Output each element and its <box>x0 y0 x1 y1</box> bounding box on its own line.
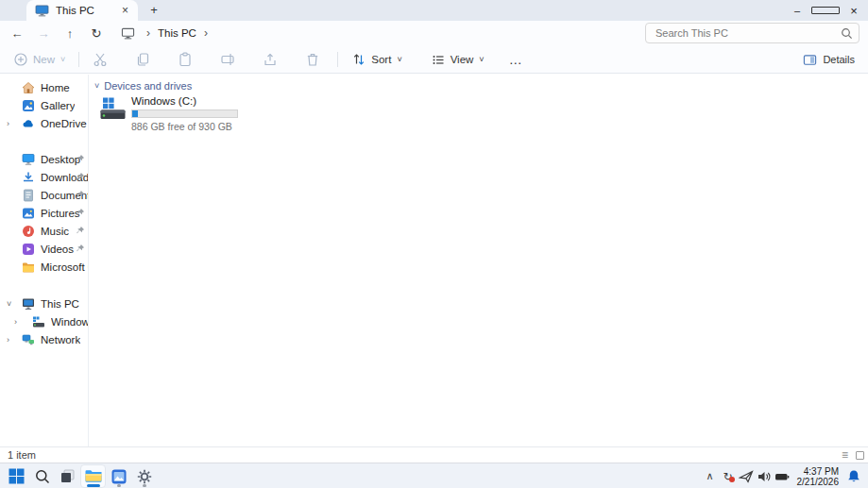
statusbar-view-toggles: ≡ <box>842 448 864 462</box>
start-button[interactable] <box>4 464 29 488</box>
photos-app-icon <box>111 469 127 484</box>
share-button[interactable] <box>255 48 285 71</box>
sort-icon <box>351 52 366 67</box>
explorer-tab-strip: This PC × + – × <box>0 0 868 21</box>
search-input[interactable] <box>646 24 859 42</box>
search-icon <box>841 27 853 40</box>
large-icons-view-icon[interactable] <box>856 451 864 460</box>
gear-icon <box>137 469 152 484</box>
sidebar-item-downloads[interactable]: Downloads <box>0 168 88 186</box>
taskbar-search-button[interactable] <box>29 464 55 488</box>
chevron-right-icon[interactable]: › <box>7 335 16 345</box>
taskbar-apps <box>4 463 157 488</box>
item-count: 1 item <box>8 449 36 461</box>
drive-usage-bar <box>131 109 238 118</box>
details-pane-toggle[interactable]: Details <box>803 45 855 74</box>
sidebar-item-windows-c[interactable]: › Windows (C:) <box>0 312 88 330</box>
taskbar-file-explorer-button[interactable] <box>80 464 106 488</box>
view-button[interactable]: View ˅ <box>423 48 492 71</box>
hidden-icons-chevron-icon[interactable]: ∧ <box>703 470 718 482</box>
maximize-button[interactable] <box>811 5 840 16</box>
sidebar-item-label: Windows (C:) <box>51 316 88 328</box>
battery-icon[interactable] <box>774 469 790 484</box>
sidebar-item-home[interactable]: Home <box>0 78 88 96</box>
sidebar-section-gap <box>0 276 88 294</box>
details-pane-icon <box>803 53 817 67</box>
pin-icon <box>75 244 85 254</box>
sidebar-item-label: OneDrive <box>41 118 87 129</box>
copy-icon <box>135 52 150 67</box>
this-pc-icon <box>22 297 35 311</box>
chevron-down-icon: ˅ <box>60 55 65 64</box>
tab-title: This PC <box>56 5 118 16</box>
share-icon <box>263 52 278 67</box>
breadcrumb: › This PC › <box>117 23 215 43</box>
sync-alert-icon[interactable]: ↻ <box>721 470 736 483</box>
breadcrumb-item-this-pc[interactable]: This PC <box>158 27 196 39</box>
tab-this-pc[interactable]: This PC × <box>26 0 138 21</box>
chevron-right-icon[interactable]: › <box>7 119 16 128</box>
tab-close-icon[interactable]: × <box>118 4 132 17</box>
cut-button[interactable] <box>85 48 115 71</box>
sidebar-item-desktop[interactable]: Desktop <box>0 150 88 168</box>
sidebar-item-gallery[interactable]: Gallery <box>0 96 88 114</box>
close-button[interactable]: × <box>840 4 868 18</box>
sidebar-item-this-pc[interactable]: ˅ This PC <box>0 294 88 312</box>
alert-badge <box>729 477 735 482</box>
forward-button[interactable]: → <box>30 26 57 41</box>
paste-button[interactable] <box>170 48 200 71</box>
search-box[interactable] <box>645 23 859 43</box>
pin-icon <box>75 226 85 236</box>
explorer-content: Home Gallery › OneDrive <box>0 75 868 446</box>
sidebar-item-label: Home <box>41 82 70 93</box>
sidebar-item-label: Microsoft Office 20 <box>41 261 88 273</box>
search-icon <box>35 469 50 484</box>
chevron-down-icon[interactable]: ˅ <box>7 299 16 309</box>
music-icon <box>22 225 35 238</box>
new-tab-button[interactable]: + <box>146 3 162 18</box>
sidebar-item-videos[interactable]: Videos <box>0 240 88 258</box>
sidebar-item-onedrive[interactable]: › OneDrive <box>0 114 88 132</box>
group-header-devices-and-drives[interactable]: ˅ Devices and drives <box>94 80 868 92</box>
notifications-bell-icon[interactable] <box>845 469 862 484</box>
breadcrumb-chevron-icon[interactable]: › <box>204 26 208 40</box>
folder-icon <box>22 261 35 274</box>
command-toolbar: New ˅ <box>0 45 868 74</box>
up-button[interactable]: ↑ <box>57 26 83 41</box>
videos-icon <box>22 243 35 256</box>
sidebar-item-music[interactable]: Music <box>0 222 88 240</box>
network-icon <box>22 333 35 346</box>
more-options-button[interactable]: … <box>502 48 531 71</box>
taskbar-clock[interactable]: 4:37 PM 2/21/2026 <box>797 466 840 487</box>
pictures-icon <box>22 207 35 220</box>
toolbar-divider <box>78 52 79 67</box>
sidebar-item-microsoft-office[interactable]: Microsoft Office 20 <box>0 258 88 276</box>
sidebar-item-label: Network <box>41 334 80 345</box>
taskbar-settings-button[interactable] <box>131 464 157 488</box>
sidebar-item-pictures[interactable]: Pictures <box>0 204 88 222</box>
copy-button[interactable] <box>128 48 158 71</box>
pin-icon <box>75 208 85 218</box>
task-view-button[interactable] <box>55 464 80 488</box>
file-explorer-icon <box>85 469 102 483</box>
new-button[interactable]: New ˅ <box>6 48 73 71</box>
refresh-button[interactable]: ↻ <box>83 26 110 41</box>
volume-icon[interactable] <box>757 469 772 484</box>
rename-button[interactable] <box>213 48 243 71</box>
drive-name: Windows (C:) <box>131 95 238 107</box>
windows-logo-icon <box>9 468 25 484</box>
details-view-icon[interactable]: ≡ <box>842 448 848 462</box>
minimize-button[interactable]: – <box>783 5 811 16</box>
maximize-icon <box>811 7 840 14</box>
breadcrumb-this-pc-icon[interactable] <box>121 27 135 40</box>
sidebar-item-documents[interactable]: Documents <box>0 186 88 204</box>
delete-button[interactable] <box>298 48 328 71</box>
sidebar-item-network[interactable]: › Network <box>0 330 88 348</box>
drive-item-windows-c[interactable]: Windows (C:) 886 GB free of 930 GB <box>100 95 332 132</box>
chevron-right-icon[interactable]: › <box>14 317 24 327</box>
navigation-bar: ← → ↑ ↻ › This PC › <box>0 21 868 45</box>
airplane-icon[interactable] <box>739 469 754 484</box>
back-button[interactable]: ← <box>4 26 30 41</box>
sort-button[interactable]: Sort ˅ <box>344 48 409 71</box>
taskbar-photos-button[interactable] <box>106 464 131 488</box>
